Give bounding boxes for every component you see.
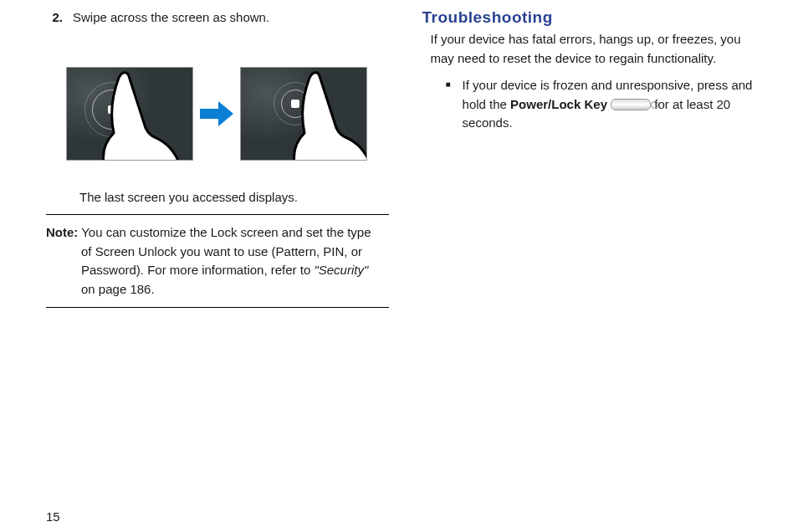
step-caption: The last screen you accessed displays. (79, 190, 389, 204)
step-text: Swipe across the screen as shown. (73, 8, 269, 26)
bullet-text: If your device is frozen and unresponsiv… (463, 76, 765, 133)
note-block: Note: You can customize the Lock screen … (46, 214, 389, 308)
power-lock-key-icon (611, 99, 651, 110)
note-label: Note: (46, 225, 78, 239)
page-number: 15 (46, 509, 60, 524)
lock-icon (92, 90, 132, 130)
power-lock-key-label: Power/Lock Key (510, 97, 607, 111)
troubleshooting-bullet: ■ If your device is frozen and unrespons… (422, 76, 765, 133)
troubleshooting-heading: Troubleshooting (422, 8, 765, 27)
left-column: 2. Swipe across the screen as shown. Th (46, 8, 393, 524)
note-security-ref: "Security" (314, 263, 368, 277)
lock-screen-after (240, 67, 367, 161)
swipe-illustration (66, 51, 367, 176)
arrow-icon (200, 101, 233, 126)
right-column: Troubleshooting If your device has fatal… (418, 8, 765, 524)
step-number: 2. (46, 8, 63, 26)
note-body-after: on page 186. (81, 282, 155, 296)
unlock-icon (281, 90, 309, 118)
step-2: 2. Swipe across the screen as shown. (46, 8, 389, 26)
manual-page: 2. Swipe across the screen as shown. Th (0, 0, 798, 532)
lock-screen-before (66, 67, 193, 161)
troubleshooting-intro: If your device has fatal errors, hangs u… (422, 30, 765, 68)
bullet-marker-icon: ■ (446, 76, 451, 133)
